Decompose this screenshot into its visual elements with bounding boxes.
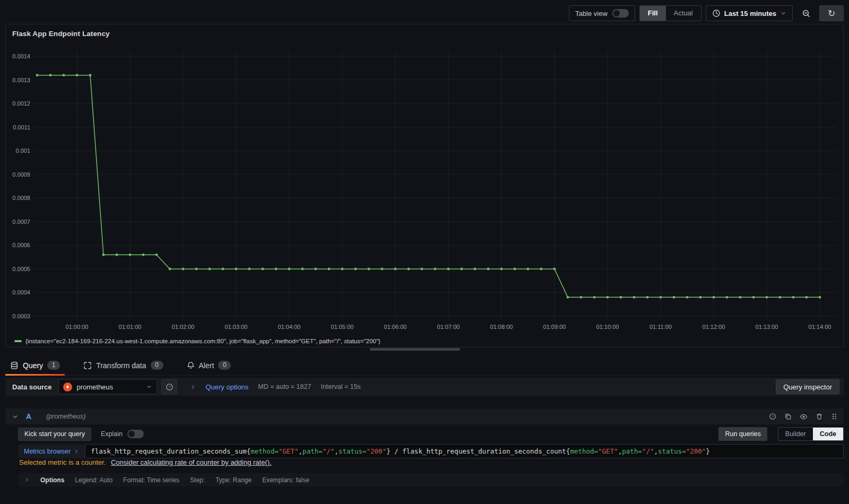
fill-button[interactable]: Fill [640, 6, 666, 21]
query-row-header[interactable]: A (prometheus) ? [5, 409, 844, 424]
svg-text:01:08:00: 01:08:00 [490, 324, 513, 330]
tab-alert-label: Alert [199, 361, 214, 370]
tab-query[interactable]: Query 1 [5, 355, 65, 375]
query-datasource-hint: (prometheus) [46, 413, 85, 420]
time-range-label: Last 15 minutes [724, 10, 776, 18]
table-view-toggle[interactable] [612, 9, 629, 18]
svg-text:0.0003: 0.0003 [12, 313, 30, 319]
transform-icon [83, 361, 92, 370]
svg-text:0.0005: 0.0005 [12, 266, 30, 272]
metrics-browser-label: Metrics browser [24, 448, 71, 455]
time-series-chart[interactable]: 0.00140.00130.00120.00110.0010.00090.000… [6, 36, 843, 333]
query-ref-id[interactable]: A [26, 412, 31, 421]
max-data-points-text: MD = auto = 1827 [258, 383, 311, 390]
delete-query-trash-icon[interactable] [816, 413, 823, 420]
datasource-help-button[interactable]: ? [161, 379, 177, 394]
svg-text:01:02:00: 01:02:00 [172, 324, 195, 330]
tab-transform-data[interactable]: Transform data 0 [79, 355, 168, 375]
datasource-row: Data source prometheus ? Query options M… [5, 378, 844, 396]
tab-transform-label: Transform data [96, 361, 146, 370]
query-expression-row: Metrics browser flask_http_request_durat… [18, 444, 844, 458]
options-format: Format: Time series [123, 476, 179, 484]
svg-text:01:14:00: 01:14:00 [809, 324, 831, 330]
legend-series-label: {instance="ec2-184-169-216-224.us-west-1… [25, 338, 380, 344]
chart-panel: Flask App Endpoint Latency 0.00140.00130… [5, 24, 844, 347]
builder-button[interactable]: Builder [778, 428, 813, 440]
query-row-actions: ? [769, 413, 837, 421]
query-count-badge: 1 [47, 361, 60, 370]
refresh-icon: ↻ [828, 8, 835, 19]
counter-warning-row: Selected metric is a counter. Consider c… [19, 458, 272, 466]
options-type: Type: Range [215, 476, 252, 484]
legend-item[interactable]: {instance="ec2-184-169-216-224.us-west-1… [14, 338, 380, 344]
toggle-knob [128, 431, 135, 437]
svg-text:0.0008: 0.0008 [12, 195, 30, 201]
duplicate-query-icon[interactable] [784, 413, 792, 420]
svg-text:0.001: 0.001 [15, 147, 30, 154]
metrics-browser-button[interactable]: Metrics browser [18, 444, 85, 458]
panel-edit-page: Table view Fill Actual Last 15 minutes ↻ [0, 0, 849, 504]
prometheus-icon [63, 383, 72, 392]
options-step: Step: [190, 476, 205, 484]
svg-text:0.0013: 0.0013 [12, 77, 30, 83]
bell-icon [187, 361, 195, 369]
svg-text:01:05:00: 01:05:00 [331, 324, 354, 330]
chevron-right-icon [190, 384, 196, 390]
zoom-out-icon [802, 9, 811, 18]
kick-start-query-button[interactable]: Kick start your query [18, 428, 91, 441]
counter-warning-text: Selected metric is a counter. [19, 458, 106, 466]
builder-code-segmented: Builder Code [778, 427, 844, 441]
svg-text:0.0007: 0.0007 [12, 219, 30, 225]
svg-text:01:04:00: 01:04:00 [278, 324, 301, 330]
promql-query-input[interactable]: flask_http_request_duration_seconds_sum{… [85, 444, 844, 458]
chevron-down-icon [146, 384, 152, 390]
rate-suggestion-link[interactable]: Consider calculating rate of counter by … [111, 458, 272, 466]
svg-text:0.0006: 0.0006 [12, 242, 30, 248]
datasource-label: Data source [5, 383, 58, 391]
toggle-knob [613, 10, 620, 16]
collapse-chevron-icon[interactable] [12, 413, 19, 420]
panel-toolbar: Table view Fill Actual Last 15 minutes ↻ [569, 5, 844, 21]
tab-query-label: Query [23, 361, 43, 370]
svg-text:01:07:00: 01:07:00 [437, 324, 460, 330]
query-help-icon[interactable]: ? [769, 413, 776, 420]
legend-series-swatch [14, 340, 22, 342]
alert-count-badge: 0 [218, 361, 231, 370]
table-view-toggle-group[interactable]: Table view [569, 5, 635, 21]
svg-text:?: ? [168, 385, 170, 389]
query-options-toggle[interactable]: Query options MD = auto = 1827 Interval … [190, 383, 360, 391]
drag-handle-icon[interactable] [831, 413, 837, 420]
fill-actual-segmented: Fill Actual [639, 5, 701, 21]
svg-text:01:00:00: 01:00:00 [66, 324, 89, 330]
transform-count-badge: 0 [151, 361, 163, 370]
svg-text:01:06:00: 01:06:00 [384, 324, 407, 330]
chevron-down-icon [780, 10, 786, 16]
query-options-label: Query options [205, 383, 248, 391]
query-inspector-button[interactable]: Query inspector [776, 379, 839, 394]
svg-text:0.0011: 0.0011 [13, 124, 30, 131]
options-label: Options [40, 476, 64, 484]
options-exemplars: Exemplars: false [262, 476, 309, 484]
run-queries-button[interactable]: Run queries [718, 427, 767, 441]
svg-text:0.0014: 0.0014 [12, 53, 30, 59]
code-button[interactable]: Code [813, 428, 843, 440]
svg-text:01:09:00: 01:09:00 [543, 324, 566, 330]
tab-alert[interactable]: Alert 0 [182, 355, 236, 375]
actual-button[interactable]: Actual [666, 6, 701, 21]
time-range-picker[interactable]: Last 15 minutes [706, 5, 793, 21]
explain-label: Explain [101, 430, 123, 438]
hide-query-eye-icon[interactable] [800, 413, 808, 421]
explain-toggle[interactable] [127, 430, 144, 438]
chevron-right-icon [74, 449, 79, 454]
svg-text:01:12:00: 01:12:00 [703, 324, 725, 330]
panel-resize-handle[interactable] [370, 348, 460, 351]
options-legend: Legend: Auto [75, 476, 112, 484]
svg-text:01:13:00: 01:13:00 [756, 324, 778, 330]
zoom-out-button[interactable] [797, 5, 815, 21]
datasource-select[interactable]: prometheus [58, 379, 157, 394]
refresh-button[interactable]: ↻ [819, 5, 844, 21]
interval-text: Interval = 15s [320, 383, 360, 390]
svg-text:01:03:00: 01:03:00 [225, 324, 248, 330]
query-options-summary-row[interactable]: Options Legend: Auto Format: Time series… [18, 473, 844, 486]
svg-text:01:10:00: 01:10:00 [596, 324, 619, 330]
